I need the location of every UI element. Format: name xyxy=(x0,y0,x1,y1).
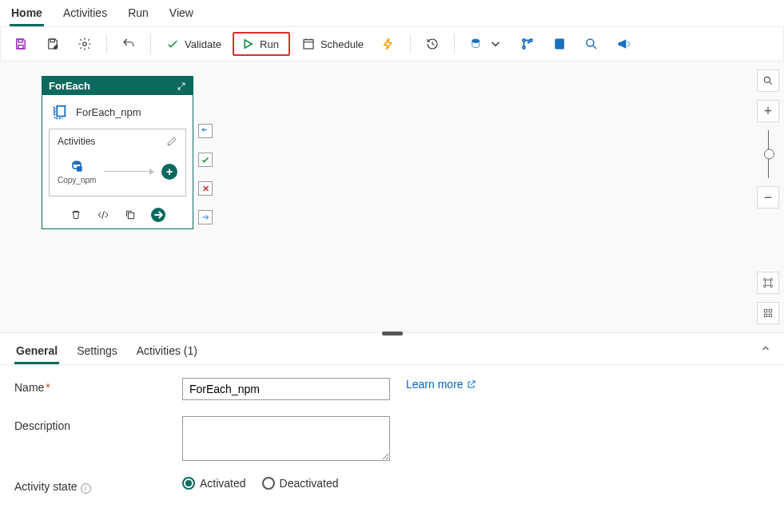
history-button[interactable] xyxy=(419,32,446,56)
notebook-button[interactable] xyxy=(546,32,573,56)
svg-rect-17 xyxy=(766,280,771,286)
svg-rect-0 xyxy=(18,39,22,42)
activity-status-badges: ✕ xyxy=(198,124,213,224)
svg-point-6 xyxy=(523,39,525,42)
canvas-zoom-rail: + − xyxy=(752,62,784,332)
name-label: Name* xyxy=(14,378,182,394)
zoom-out-button[interactable]: − xyxy=(757,186,779,208)
svg-rect-15 xyxy=(128,212,133,218)
play-icon xyxy=(241,37,255,51)
bolt-icon xyxy=(381,37,396,51)
svg-point-13 xyxy=(73,161,81,165)
pipeline-canvas[interactable]: ForEach ForEach_npm Activities Copy_npm xyxy=(0,62,784,333)
search-icon xyxy=(762,75,774,86)
svg-point-8 xyxy=(523,46,525,49)
inner-activities-label: Activities xyxy=(58,136,95,147)
svg-rect-1 xyxy=(18,46,23,50)
activity-header: ForEach xyxy=(42,77,193,95)
svg-point-5 xyxy=(472,39,480,43)
status-success-badge[interactable] xyxy=(198,153,213,167)
svg-point-16 xyxy=(764,77,770,82)
announce-button[interactable] xyxy=(610,32,637,56)
radio-activated[interactable]: Activated xyxy=(182,477,246,490)
tab-general[interactable]: General xyxy=(14,339,59,364)
settings-button[interactable] xyxy=(71,32,98,56)
history-icon xyxy=(425,37,440,51)
tab-settings[interactable]: Settings xyxy=(75,339,119,364)
arrow-right-icon xyxy=(152,208,165,221)
pencil-icon[interactable] xyxy=(166,136,177,147)
copy-activity-node[interactable]: Copy_npm xyxy=(58,158,96,185)
undo-button[interactable] xyxy=(115,32,142,56)
database-icon xyxy=(469,37,484,51)
copy-data-icon xyxy=(69,158,85,174)
topnav-view[interactable]: View xyxy=(168,3,195,26)
foreach-activity-card[interactable]: ForEach ForEach_npm Activities Copy_npm xyxy=(42,76,193,229)
validate-button[interactable]: Validate xyxy=(159,32,228,56)
schedule-button[interactable]: Schedule xyxy=(295,32,370,56)
info-icon[interactable]: i xyxy=(81,483,91,494)
validate-label: Validate xyxy=(185,38,221,50)
save-as-button[interactable] xyxy=(39,32,66,56)
search-icon xyxy=(584,37,599,51)
chevron-down-icon xyxy=(488,37,503,51)
branch-icon xyxy=(520,37,535,51)
calendar-icon xyxy=(301,37,316,51)
fit-icon xyxy=(762,277,774,288)
status-fail-badge[interactable]: ✕ xyxy=(198,181,213,196)
topnav-home[interactable]: Home xyxy=(10,3,44,26)
trigger-button[interactable] xyxy=(375,32,402,56)
check-icon xyxy=(165,37,180,51)
zoom-in-button[interactable]: + xyxy=(757,100,779,122)
trash-icon[interactable] xyxy=(70,208,82,221)
svg-rect-2 xyxy=(50,39,54,42)
expand-icon[interactable] xyxy=(177,81,186,91)
description-input[interactable] xyxy=(182,416,390,461)
svg-rect-12 xyxy=(57,106,65,117)
name-input[interactable] xyxy=(182,378,390,400)
properties-panel: General Settings Activities (1) Name* Le… xyxy=(0,333,784,514)
canvas-search-button[interactable] xyxy=(757,69,779,92)
foreach-icon xyxy=(50,103,68,121)
add-activity-button[interactable]: + xyxy=(161,164,177,180)
gear-icon xyxy=(78,37,92,51)
copy-icon[interactable] xyxy=(124,208,137,221)
save-as-icon xyxy=(46,37,60,51)
mini-map-button[interactable] xyxy=(757,302,779,324)
copy-node-label: Copy_npm xyxy=(58,176,96,185)
status-completion-badge[interactable] xyxy=(198,210,213,224)
dataset-button[interactable] xyxy=(463,32,509,56)
search-button[interactable] xyxy=(578,32,605,56)
svg-rect-4 xyxy=(304,40,313,49)
panel-collapse-button[interactable] xyxy=(760,343,771,356)
radio-deactivated[interactable]: Deactivated xyxy=(262,477,339,490)
schedule-label: Schedule xyxy=(320,38,364,50)
run-label: Run xyxy=(260,38,279,50)
save-icon xyxy=(14,37,28,51)
topnav-run[interactable]: Run xyxy=(126,3,150,26)
book-icon xyxy=(552,37,567,51)
activity-state-label: Activity statei xyxy=(14,477,182,494)
svg-rect-20 xyxy=(764,314,767,317)
topnav-activities[interactable]: Activities xyxy=(62,3,109,26)
run-button[interactable]: Run xyxy=(233,32,290,56)
save-button[interactable] xyxy=(7,32,34,56)
code-icon[interactable] xyxy=(97,208,109,221)
svg-rect-14 xyxy=(77,166,82,172)
svg-rect-18 xyxy=(764,309,767,312)
activity-inner-panel: Activities Copy_npm + xyxy=(49,129,186,197)
learn-more-link[interactable]: Learn more xyxy=(406,378,770,391)
undo-icon xyxy=(121,37,136,51)
flow-arrow xyxy=(104,171,153,172)
external-link-icon xyxy=(467,379,476,389)
status-skip-badge[interactable] xyxy=(198,124,213,138)
svg-rect-19 xyxy=(769,309,772,312)
activity-name: ForEach_npm xyxy=(76,106,141,118)
svg-point-3 xyxy=(83,42,87,46)
go-button[interactable] xyxy=(151,208,165,222)
tab-activities[interactable]: Activities (1) xyxy=(135,339,199,364)
zoom-slider[interactable] xyxy=(768,130,769,178)
branch-button[interactable] xyxy=(514,32,541,56)
megaphone-icon xyxy=(616,37,631,51)
fit-screen-button[interactable] xyxy=(757,272,779,294)
